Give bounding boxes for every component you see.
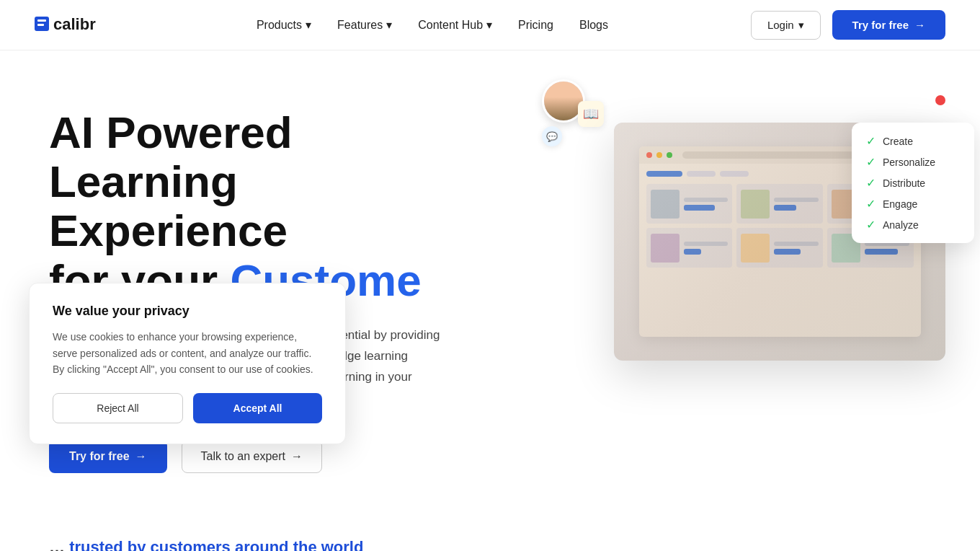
nav-link-content-hub[interactable]: Content Hub ▾ xyxy=(418,18,492,32)
try-free-button-nav[interactable]: Try for free → xyxy=(832,10,945,40)
arrow-right-icon: → xyxy=(914,19,925,31)
check-icon: ✓ xyxy=(866,197,876,211)
check-icon: ✓ xyxy=(866,176,876,190)
arrow-right-icon: → xyxy=(135,450,147,463)
hero-buttons: Try for free → Talk to an expert → xyxy=(49,440,481,473)
try-free-button-hero[interactable]: Try for free → xyxy=(49,440,167,473)
check-item-analyze: ✓ Analyze xyxy=(866,218,960,232)
talk-to-expert-button[interactable]: Talk to an expert → xyxy=(182,440,322,473)
check-icon: ✓ xyxy=(866,218,876,232)
svg-rect-2 xyxy=(37,24,44,26)
book-badge-icon: 📖 xyxy=(578,101,604,127)
main-content: AI Powered Learning Experience for your … xyxy=(0,50,980,551)
chevron-down-icon: ▾ xyxy=(306,18,311,32)
svg-text:calibr: calibr xyxy=(53,15,96,33)
nav-link-features[interactable]: Features ▾ xyxy=(337,18,392,32)
reject-all-button[interactable]: Reject All xyxy=(53,393,183,423)
chevron-down-icon: ▾ xyxy=(486,18,492,32)
nav-links: Products ▾ Features ▾ Content Hub ▾ Pric… xyxy=(257,18,608,32)
message-badge-icon: 💬 xyxy=(542,126,562,146)
logo[interactable]: calibr xyxy=(35,11,114,40)
arrow-right-icon: → xyxy=(291,450,303,463)
check-icon: ✓ xyxy=(866,155,876,169)
cookie-title: We value your privacy xyxy=(53,304,322,319)
trusted-heading: … trusted by customers around the world xyxy=(49,538,931,551)
cookie-buttons: Reject All Accept All xyxy=(53,393,322,423)
trusted-section: … trusted by customers around the world … xyxy=(0,502,980,551)
nav-link-pricing[interactable]: Pricing xyxy=(518,19,553,32)
hero-heading: AI Powered Learning Experience for your … xyxy=(49,108,481,305)
recording-indicator xyxy=(935,95,945,105)
avatar-face xyxy=(544,81,583,120)
check-item-engage: ✓ Engage xyxy=(866,197,960,211)
check-item-distribute: ✓ Distribute xyxy=(866,176,960,190)
accept-all-button[interactable]: Accept All xyxy=(193,393,322,423)
nav-link-products[interactable]: Products ▾ xyxy=(257,18,311,32)
chevron-down-icon: ▾ xyxy=(386,18,392,32)
nav-link-blogs[interactable]: Blogs xyxy=(579,19,608,32)
hero-section: AI Powered Learning Experience for your … xyxy=(0,50,980,502)
check-item-create: ✓ Create xyxy=(866,134,960,148)
login-button[interactable]: Login ▾ xyxy=(751,11,821,40)
check-icon: ✓ xyxy=(866,134,876,148)
cookie-description: We use cookies to enhance your browsing … xyxy=(53,329,322,377)
svg-rect-1 xyxy=(37,19,46,22)
cookie-banner: We value your privacy We use cookies to … xyxy=(29,283,346,444)
check-item-personalize: ✓ Personalize xyxy=(866,155,960,169)
nav-actions: Login ▾ Try for free → xyxy=(751,10,945,40)
navbar: calibr Products ▾ Features ▾ Content Hub… xyxy=(0,0,980,50)
hero-right: 📖 💬 xyxy=(571,87,945,361)
chevron-down-icon: ▾ xyxy=(798,19,804,32)
checklist-card: ✓ Create ✓ Personalize ✓ Distribute ✓ En… xyxy=(852,123,974,243)
